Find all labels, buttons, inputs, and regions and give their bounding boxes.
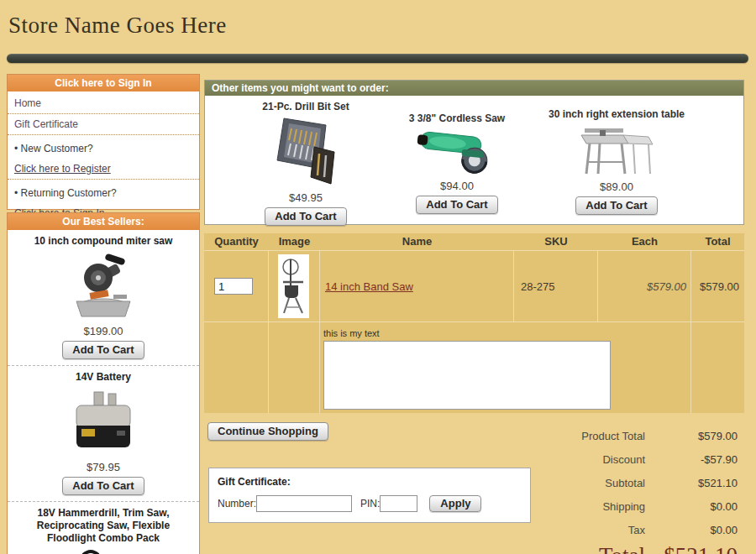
signin-panel-header[interactable]: Click here to Sign In: [8, 75, 199, 91]
column-header-name: Name: [320, 233, 514, 250]
column-header-quantity: Quantity: [204, 233, 269, 250]
grand-total-label: Total: [470, 543, 645, 554]
column-header-total: Total: [691, 233, 744, 250]
quantity-cell: [204, 250, 269, 321]
band-saw-image: [280, 257, 307, 316]
best-seller-item: 10 inch compound miter saw $199.00 Add T…: [8, 230, 199, 366]
product-price: $94.00: [386, 180, 528, 192]
header-divider-bar: [7, 54, 748, 63]
empty-cell: [269, 321, 320, 413]
quantity-input[interactable]: [214, 278, 253, 295]
drill-bit-set-image: [270, 115, 341, 187]
totals-row: Subtotal $521.10: [470, 471, 744, 494]
recommendations-panel: Other items you might want to order: 21-…: [204, 80, 744, 225]
product-name: 3 3/8" Cordless Saw: [386, 112, 528, 124]
order-note-label: this is my text: [323, 328, 690, 338]
order-note-cell: this is my text: [320, 321, 691, 413]
recommended-item: 21-Pc. Drill Bit Set: [230, 101, 381, 226]
returning-customer-question: • Returning Customer?: [8, 183, 199, 203]
totals-row: Discount -$57.90: [470, 447, 744, 471]
page-title: Store Name Goes Here: [8, 13, 227, 39]
best-sellers-header: Our Best Sellers:: [8, 213, 199, 230]
empty-cell: [691, 321, 744, 413]
totals-value: $0.00: [645, 524, 744, 536]
add-to-cart-button[interactable]: Add To Cart: [416, 196, 497, 214]
column-header-image: Image: [269, 233, 320, 250]
order-note-textarea[interactable]: [323, 341, 611, 410]
recommendations-header: Other items you might want to order:: [205, 81, 743, 96]
sku-cell: 28-275: [514, 250, 598, 321]
totals-label: Discount: [470, 453, 645, 466]
totals-value: $521.10: [645, 477, 744, 489]
add-to-cart-button[interactable]: Add To Cart: [62, 341, 144, 359]
add-to-cart-button[interactable]: Add To Cart: [575, 196, 657, 215]
each-cell: $579.00: [598, 250, 691, 321]
sidebar-item-gift-certificate[interactable]: Gift Certificate: [8, 114, 199, 135]
add-to-cart-button[interactable]: Add To Cart: [62, 477, 144, 495]
cart-item-link[interactable]: 14 inch Band Saw: [325, 280, 413, 293]
totals-label: Tax: [470, 524, 645, 536]
add-to-cart-button[interactable]: Add To Cart: [265, 207, 346, 226]
best-sellers-panel: Our Best Sellers: 10 inch compound miter…: [7, 212, 200, 554]
miter-saw-image: [65, 251, 142, 321]
battery-photo: [11, 386, 196, 458]
cart-table: Quantity Image Name SKU Each Total: [204, 233, 744, 413]
register-link[interactable]: Click here to Register: [8, 159, 199, 180]
totals-row: Shipping $0.00: [470, 494, 744, 518]
new-customer-question: • New Customer?: [8, 138, 199, 159]
gift-number-label: Number:: [218, 498, 256, 510]
product-price: $199.00: [11, 325, 196, 337]
signin-links: Home Gift Certificate • New Customer? Cl…: [8, 91, 199, 224]
page: Store Name Goes Here Click here to Sign …: [0, 0, 756, 554]
product-name: 30 inch right extension table: [520, 108, 713, 120]
product-price: $79.95: [11, 461, 196, 473]
product-name: 18V Hammerdrill, Trim Saw, Reciprocating…: [11, 506, 196, 547]
recommended-item: 3 3/8" Cordless Saw $94.00 Add To Cart: [386, 112, 528, 214]
totals-value: $579.00: [645, 430, 744, 442]
extension-table-photo: [520, 120, 713, 179]
grand-total-value: $521.10: [645, 543, 744, 554]
gift-number-input[interactable]: [256, 495, 352, 512]
column-header-sku: SKU: [514, 233, 598, 250]
extension-table-image: [575, 122, 659, 177]
column-header-each: Each: [598, 233, 691, 250]
totals-panel: Product Total $579.00 Discount -$57.90 S…: [470, 424, 744, 554]
cordless-saw-image: [413, 127, 501, 175]
totals-label: Product Total: [470, 430, 645, 442]
grand-total-row: Total $521.10: [470, 541, 744, 554]
totals-label: Subtotal: [470, 477, 645, 489]
signin-panel: Click here to Sign In Home Gift Certific…: [7, 74, 200, 210]
total-cell: $579.00: [691, 250, 744, 321]
totals-row: Product Total $579.00: [470, 424, 744, 447]
totals-value: $0.00: [645, 500, 744, 513]
sidebar-item-home[interactable]: Home: [8, 93, 199, 114]
totals-value: -$57.90: [645, 453, 744, 466]
cordless-saw-photo: [386, 124, 528, 178]
empty-cell: [204, 321, 269, 413]
product-name: 21-Pc. Drill Bit Set: [230, 101, 381, 112]
image-cell: [269, 250, 320, 321]
best-seller-item: 18V Hammerdrill, Trim Saw, Reciprocating…: [8, 502, 199, 554]
product-price: $89.00: [520, 180, 713, 193]
continue-shopping-button[interactable]: Continue Shopping: [207, 422, 328, 441]
name-cell: 14 inch Band Saw: [320, 250, 514, 321]
combo-pack-photo: [11, 547, 196, 554]
drill-bit-set-photo: [230, 112, 381, 190]
recommended-item: 30 inch right extension table: [520, 108, 713, 215]
band-saw-photo: [278, 254, 309, 318]
totals-row: Tax $0.00: [470, 518, 744, 541]
gift-pin-label: PIN:: [360, 498, 380, 510]
miter-saw-photo: [11, 250, 196, 322]
product-name: 14V Battery: [11, 370, 196, 386]
best-seller-item: 14V Battery $79.95 Add To Cart: [8, 366, 199, 502]
battery-image: [66, 389, 140, 456]
gift-pin-input[interactable]: [380, 495, 417, 512]
combo-pack-image: [70, 548, 137, 554]
totals-label: Shipping: [470, 500, 645, 513]
product-name: 10 inch compound miter saw: [11, 234, 196, 250]
product-price: $49.95: [230, 191, 381, 204]
